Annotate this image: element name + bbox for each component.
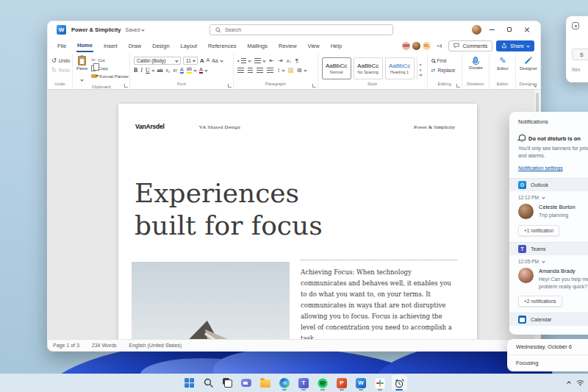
collab-overflow-count[interactable]: +4 xyxy=(437,43,442,49)
outlook-section-header[interactable]: O Outlook xyxy=(509,178,588,191)
line-spacing-button[interactable]: ↕ xyxy=(277,68,284,74)
italic-button[interactable]: I xyxy=(140,67,143,74)
more-notifications-button[interactable]: +1 notification xyxy=(518,225,559,236)
grow-font-button[interactable]: A xyxy=(200,58,204,64)
find-button[interactable]: Find xyxy=(431,56,459,65)
collab-avatar-photo[interactable] xyxy=(412,41,421,51)
document-page[interactable]: VanArsdel VA Shared Design Power & Simpl… xyxy=(118,104,477,339)
close-button[interactable] xyxy=(520,24,534,35)
font-color-button[interactable]: A xyxy=(199,67,207,74)
align-left-button[interactable] xyxy=(237,68,244,73)
chat-button[interactable] xyxy=(239,375,254,391)
dialog-launcher-icon[interactable] xyxy=(124,84,128,88)
collab-avatar-fl[interactable]: FL xyxy=(422,41,431,51)
dialog-launcher-icon[interactable] xyxy=(312,84,316,88)
designer-button[interactable]: Designer xyxy=(516,54,540,81)
collab-avatar-mm[interactable]: MM xyxy=(401,41,411,51)
paste-button[interactable]: Paste xyxy=(76,56,87,84)
focus-status-row[interactable]: Focusing xyxy=(507,355,588,371)
notification-settings-link[interactable]: Notification settings xyxy=(518,165,588,171)
numbering-button[interactable] xyxy=(254,58,265,63)
tab-references[interactable]: References xyxy=(207,40,237,51)
bold-button[interactable]: B xyxy=(134,67,137,74)
teams-notification[interactable]: 12:05 PM Amanda Brady Hey! Can you help … xyxy=(509,255,588,307)
shrink-font-button[interactable]: A xyxy=(207,58,209,63)
chevron-down-icon[interactable] xyxy=(542,260,545,263)
spotify-button[interactable] xyxy=(315,375,331,391)
edge-button[interactable] xyxy=(277,375,293,391)
style-no-spacing[interactable]: AaBbCcNo Spacing xyxy=(354,57,383,79)
minimize-button[interactable] xyxy=(484,24,499,35)
borders-button[interactable]: ⊞ xyxy=(297,68,306,74)
editor-button[interactable]: ✎ Editor xyxy=(490,54,515,81)
date-row[interactable]: Wednesday, October 6 xyxy=(507,339,588,354)
powerpoint-button[interactable]: P xyxy=(334,375,350,391)
slack-button[interactable] xyxy=(373,375,388,391)
page-indicator[interactable]: Page 1 of 3 xyxy=(53,343,79,348)
style-gallery-down-icon[interactable]: ▾ xyxy=(420,68,422,72)
indent-icon[interactable]: ⇥ xyxy=(278,58,283,64)
tab-draw[interactable]: Draw xyxy=(128,40,143,51)
word-count[interactable]: 234 Words xyxy=(92,343,117,348)
search-box[interactable]: Search xyxy=(209,24,393,35)
tab-insert[interactable]: Insert xyxy=(103,40,118,51)
document-photo[interactable] xyxy=(132,262,290,339)
font-size-combo[interactable]: 11 xyxy=(183,57,198,65)
taskbar-search-button[interactable] xyxy=(201,375,216,391)
comments-button[interactable]: Comments xyxy=(448,40,492,51)
underline-button[interactable]: U xyxy=(146,67,154,74)
change-case-button[interactable]: Aa xyxy=(212,58,223,63)
replace-button[interactable]: ⇄Replace xyxy=(431,65,459,75)
chevron-down-icon[interactable] xyxy=(542,196,545,199)
strikethrough-button[interactable]: ab xyxy=(157,68,163,73)
align-right-button[interactable] xyxy=(257,68,263,73)
style-normal[interactable]: AaBbCcNormal xyxy=(322,57,351,79)
copy-button[interactable]: Copy xyxy=(91,64,129,72)
shading-button[interactable] xyxy=(288,68,293,73)
tab-design[interactable]: Design xyxy=(151,40,170,51)
file-explorer-button[interactable] xyxy=(258,375,273,391)
user-avatar[interactable] xyxy=(472,25,481,35)
style-gallery-up-icon[interactable]: ▴ xyxy=(420,62,422,66)
share-button[interactable]: Share xyxy=(496,40,534,51)
subscript-button[interactable]: x₂ xyxy=(166,68,171,73)
justify-button[interactable] xyxy=(267,68,273,73)
highlight-color-button[interactable]: ab xyxy=(187,67,196,74)
tab-layout[interactable]: Layout xyxy=(180,40,198,51)
style-heading1[interactable]: AaBbCcHeading 1 xyxy=(385,57,415,79)
sort-button[interactable]: A↓ xyxy=(287,59,292,63)
calendar-section-header[interactable]: Calendar xyxy=(509,313,588,326)
task-view-button[interactable] xyxy=(220,375,235,391)
wifi-icon[interactable] xyxy=(576,379,584,386)
redo-button[interactable]: ↻Redo xyxy=(51,65,69,75)
more-notifications-button[interactable]: +2 notifications xyxy=(518,296,562,307)
tab-review[interactable]: Review xyxy=(278,40,298,51)
bullets-button[interactable]: • xyxy=(237,58,251,63)
tray-overflow-icon[interactable] xyxy=(567,381,571,385)
language-indicator[interactable]: English (United States) xyxy=(129,343,182,348)
start-button[interactable] xyxy=(182,375,197,391)
tab-home[interactable]: Home xyxy=(76,40,93,52)
outlook-notification[interactable]: 12:12 PM Celeste Burton Trip planning +1… xyxy=(509,191,588,236)
format-painter-button[interactable]: Format Painter xyxy=(91,72,129,80)
tab-mailings[interactable]: Mailings xyxy=(246,40,268,51)
align-center-button[interactable] xyxy=(248,68,253,73)
style-gallery-expand-icon[interactable] xyxy=(419,73,422,76)
dictate-button[interactable]: Dictate xyxy=(462,54,490,81)
tab-help[interactable]: Help xyxy=(330,40,343,51)
tab-view[interactable]: View xyxy=(307,40,320,51)
clock-app-button[interactable] xyxy=(392,375,407,391)
word-button[interactable]: W xyxy=(354,375,369,391)
tab-file[interactable]: File xyxy=(57,40,67,51)
pilcrow-button[interactable]: ¶ xyxy=(295,58,298,64)
save-status[interactable]: Saved xyxy=(126,27,145,32)
text-effects-button[interactable]: A xyxy=(180,67,184,74)
outdent-icon[interactable]: ⇤ xyxy=(269,58,274,64)
dialog-launcher-icon[interactable] xyxy=(228,84,232,88)
dialog-launcher-icon[interactable] xyxy=(456,84,460,88)
maximize-button[interactable] xyxy=(502,24,517,35)
superscript-button[interactable]: x² xyxy=(173,68,176,73)
font-family-combo[interactable]: Calibri (Body) xyxy=(134,57,181,65)
flyout-button[interactable]: S xyxy=(572,49,588,60)
undo-button[interactable]: ↺Undo xyxy=(51,56,69,65)
